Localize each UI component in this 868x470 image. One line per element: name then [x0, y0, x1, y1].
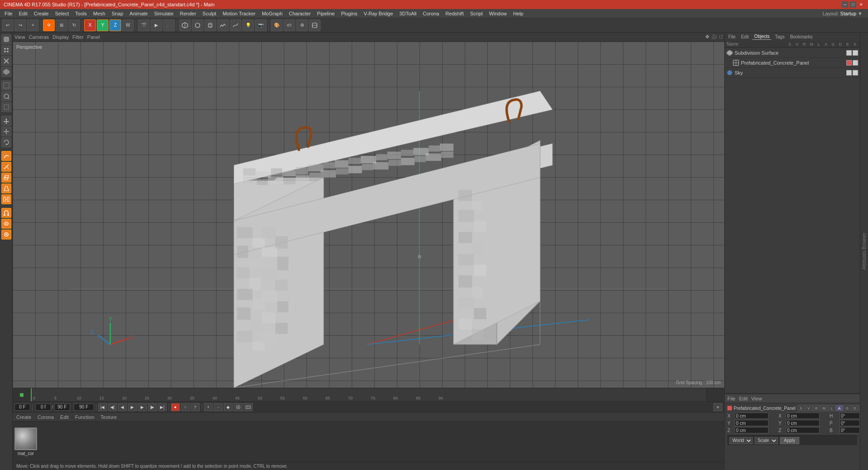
amt-s[interactable]: S [797, 405, 805, 411]
obj-color-2b[interactable] [853, 60, 858, 66]
mat-tab-edit[interactable]: Edit [58, 414, 71, 421]
layout-dropdown-icon[interactable]: ▼ [858, 11, 863, 16]
edges-mode-button[interactable] [1, 56, 11, 66]
material-button[interactable]: 🎨 [271, 19, 283, 31]
obj-color-2a[interactable] [846, 60, 852, 66]
amt-m[interactable]: M [821, 405, 828, 411]
world-axis-button[interactable]: W [122, 19, 134, 31]
mat-tab-texture[interactable]: Texture [99, 414, 118, 421]
browser-label[interactable]: Attributes Browser [862, 233, 867, 270]
rotate-tool-left[interactable] [1, 137, 11, 147]
playback-settings-button[interactable] [244, 403, 253, 411]
object-item-subdivision[interactable]: Subdivision Surface [725, 48, 860, 58]
menu-character[interactable]: Character [286, 10, 313, 17]
magnet-button[interactable] [1, 208, 11, 218]
rotate-tool-button[interactable]: ↻ [68, 19, 80, 31]
motion-key-button[interactable] [234, 403, 243, 411]
vp-fit-button[interactable]: ✥ [705, 34, 709, 40]
rect-select-button[interactable] [1, 102, 11, 112]
om-tab-objects[interactable]: Objects [752, 33, 771, 40]
preview-end-input[interactable] [74, 404, 94, 411]
menu-script[interactable]: Script [467, 10, 486, 17]
menu-mograph[interactable]: MoGraph [259, 10, 285, 17]
spline-pen-button[interactable] [1, 151, 11, 161]
menu-snap[interactable]: Snap [109, 10, 126, 17]
menu-3dtoall[interactable]: 3DToAll [396, 10, 419, 17]
render-active-button[interactable]: ▶ [151, 19, 162, 31]
menu-mesh[interactable]: Mesh [90, 10, 108, 17]
landscape-button[interactable] [217, 19, 229, 31]
y-axis-button[interactable]: Y [97, 19, 108, 31]
sphere-button[interactable] [192, 19, 203, 31]
menu-plugins[interactable]: Plugins [338, 10, 360, 17]
vp-menu-display[interactable]: Display [52, 34, 69, 40]
y-pos-input[interactable] [735, 420, 769, 426]
y-size-input[interactable] [786, 420, 820, 426]
menu-motion-tracker[interactable]: Motion Tracker [220, 10, 258, 17]
menu-window[interactable]: Window [486, 10, 509, 17]
goto-next-key-button[interactable]: |▶ [148, 403, 157, 411]
menu-render[interactable]: Render [177, 10, 199, 17]
obj-color-3b[interactable] [853, 70, 858, 75]
menu-simulate[interactable]: Simulate [151, 10, 176, 17]
cube-button[interactable] [179, 19, 191, 31]
menu-create[interactable]: Create [31, 10, 52, 17]
scale-tool-left[interactable] [1, 127, 11, 136]
x-pos-input[interactable] [735, 413, 769, 419]
h-rot-input[interactable] [840, 413, 860, 419]
next-frame-button[interactable]: ▶ [138, 403, 147, 411]
record-button[interactable]: ● [171, 403, 180, 411]
menu-file[interactable]: File [2, 10, 15, 17]
obj-color-1b[interactable] [853, 50, 858, 56]
points-mode-button[interactable] [1, 45, 11, 55]
z-pos-input[interactable] [735, 427, 769, 433]
del-key-button[interactable]: - [214, 403, 223, 411]
scale-dropdown[interactable]: Scale [755, 437, 778, 444]
om-tab-edit[interactable]: Edit [739, 34, 750, 40]
om-tab-file[interactable]: File [726, 34, 737, 40]
spline-button[interactable] [230, 19, 241, 31]
mat-tab-function[interactable]: Function [73, 414, 96, 421]
vp-menu-view[interactable]: View [14, 34, 25, 40]
attr-tab-file[interactable]: File [727, 396, 736, 401]
auto-key-button[interactable]: ○ [181, 403, 190, 411]
deformer-button[interactable] [309, 19, 321, 31]
key-sel-button[interactable]: ◆ [224, 403, 233, 411]
amt-v[interactable]: V [805, 405, 812, 411]
extrude-button[interactable] [1, 173, 11, 183]
menu-edit[interactable]: Edit [16, 10, 30, 17]
amt-d[interactable]: D [851, 405, 859, 411]
x-size-input[interactable] [786, 413, 820, 419]
menu-pipeline[interactable]: Pipeline [314, 10, 337, 17]
timeline-ruler[interactable]: 0 5 10 15 20 25 30 35 40 45 50 55 60 65 … [13, 388, 724, 401]
amt-g[interactable]: G [844, 405, 851, 411]
vp-camera-button[interactable]: 🎥 [711, 34, 717, 40]
redo-button[interactable]: ↪ [14, 19, 26, 31]
z-size-input[interactable] [786, 427, 820, 433]
menu-tools[interactable]: Tools [72, 10, 90, 17]
menu-redshift[interactable]: Redshift [443, 10, 466, 17]
key-all-button[interactable]: ? [191, 403, 200, 411]
undo-button[interactable]: ↩ [2, 19, 14, 31]
maximize-button[interactable]: □ [850, 1, 856, 8]
viewport-3d[interactable]: Perspective [13, 42, 724, 388]
prev-frame-button[interactable]: ◀ [118, 403, 127, 411]
scale-tool-button[interactable]: ⊞ [56, 19, 67, 31]
tag-button[interactable]: 🏷 [283, 19, 295, 31]
add-key-button[interactable]: + [204, 403, 213, 411]
menu-animate[interactable]: Animate [127, 10, 151, 17]
render-to-po-button[interactable]: 🎥 [163, 19, 175, 31]
apply-button[interactable]: Apply [780, 437, 799, 444]
move-mode-button[interactable] [1, 34, 11, 44]
goto-start-button[interactable]: |◀ [98, 403, 107, 411]
om-tab-bookmarks[interactable]: Bookmarks [788, 34, 814, 40]
menu-corona[interactable]: Corona [420, 10, 442, 17]
start-frame-input[interactable] [35, 404, 51, 411]
live-select-button[interactable] [1, 91, 11, 101]
menu-vray[interactable]: V-Ray Bridge [361, 10, 396, 17]
vp-menu-filter[interactable]: Filter [72, 34, 83, 40]
light-button[interactable]: 💡 [242, 19, 254, 31]
paint-selection-button[interactable] [1, 230, 11, 240]
generator-button[interactable]: ⚙ [296, 19, 308, 31]
minimize-button[interactable]: ─ [842, 1, 848, 8]
